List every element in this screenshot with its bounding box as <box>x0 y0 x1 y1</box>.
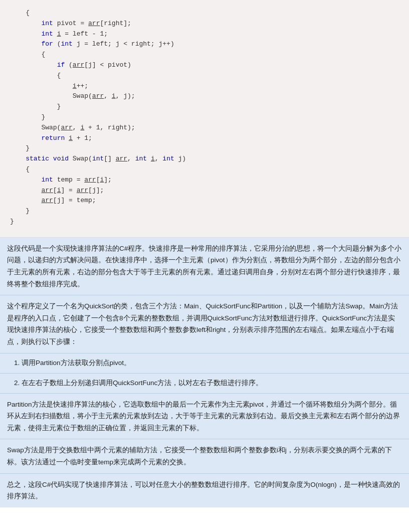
explanation-section: 这段代码是一个实现快速排序算法的C#程序。快速排序是一种常用的排序算法，它采用分… <box>0 238 409 507</box>
code-line: } <box>10 102 399 112</box>
code-line: return i + 1; <box>10 133 399 144</box>
code-line: int i = left - 1; <box>10 29 399 40</box>
code-line: int temp = arr[i]; <box>10 175 399 186</box>
code-line: for (int j = left; j < right; j++) <box>10 39 399 50</box>
para-3: Partition方法是快速排序算法的核心，它选取数组中的最后一个元素作为主元素… <box>0 394 409 440</box>
code-line: static void Swap(int[] arr, int i, int j… <box>10 154 399 164</box>
code-line: if (arr[j] < pivot) <box>10 60 399 71</box>
code-line: Swap(arr, i, j); <box>10 91 399 102</box>
code-block: { int pivot = arr[right]; int i = left -… <box>0 0 409 238</box>
code-line: arr[j] = temp; <box>10 196 399 206</box>
list-item-1-text: 1. 调用Partition方法获取分割点pivot。 <box>14 359 131 367</box>
para-2: 这个程序定义了一个名为QuickSort的类，包含三个方法：Main、Quick… <box>0 295 409 353</box>
code-line: { <box>10 164 399 175</box>
code-line: } <box>10 217 399 227</box>
list-item-1: 1. 调用Partition方法获取分割点pivot。 <box>0 353 409 374</box>
code-line: } <box>10 143 399 154</box>
code-line: { <box>10 71 399 81</box>
code-line: } <box>10 206 399 217</box>
code-line: { <box>10 8 399 19</box>
code-line: Swap(arr, i + 1, right); <box>10 123 399 133</box>
code-line: arr[i] = arr[j]; <box>10 186 399 196</box>
code-line: i++; <box>10 81 399 92</box>
para-1-text: 这段代码是一个实现快速排序算法的C#程序。快速排序是一种常用的排序算法，它采用分… <box>7 245 401 288</box>
code-line: { <box>10 50 399 60</box>
para-5: 总之，这段C#代码实现了快速排序算法，可以对任意大小的整数数组进行排序。它的时间… <box>0 474 409 507</box>
para-4: Swap方法是用于交换数组中两个元素的辅助方法，它接受一个整数数组和两个整数参数… <box>0 439 409 473</box>
list-item-2-text: 2. 在左右子数组上分别递归调用QuickSortFunc方法，以对左右子数组进… <box>14 379 263 387</box>
list-item-2: 2. 在左右子数组上分别递归调用QuickSortFunc方法，以对左右子数组进… <box>0 374 409 394</box>
para-1: 这段代码是一个实现快速排序算法的C#程序。快速排序是一种常用的排序算法，它采用分… <box>0 238 409 296</box>
para-4-text: Swap方法是用于交换数组中两个元素的辅助方法，它接受一个整数数组和两个整数参数… <box>7 446 392 466</box>
para-5-text: 总之，这段C#代码实现了快速排序算法，可以对任意大小的整数数组进行排序。它的时间… <box>7 481 400 500</box>
code-line: } <box>10 112 399 123</box>
para-2-text: 这个程序定义了一个名为QuickSort的类，包含三个方法：Main、Quick… <box>7 302 398 345</box>
para-3-text: Partition方法是快速排序算法的核心，它选取数组中的最后一个元素作为主元素… <box>7 401 400 432</box>
code-line: int pivot = arr[right]; <box>10 19 399 29</box>
